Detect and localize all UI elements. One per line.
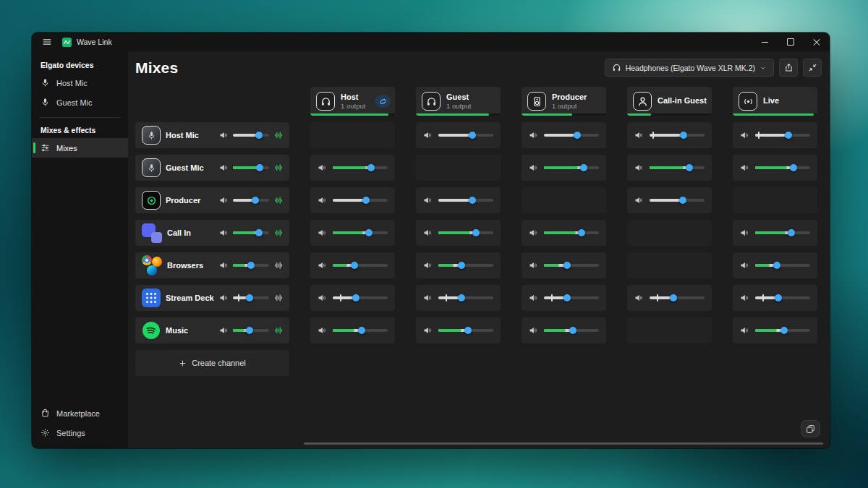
slider-knob[interactable]: [464, 327, 472, 334]
volume-slider[interactable]: [233, 196, 269, 205]
volume-slider[interactable]: [755, 228, 810, 237]
slider-knob[interactable]: [362, 197, 370, 204]
channel-music[interactable]: Music: [135, 317, 289, 343]
slider-knob[interactable]: [578, 229, 585, 236]
slider-knob[interactable]: [686, 164, 693, 171]
speaker-icon[interactable]: [634, 163, 643, 172]
channel-call-in[interactable]: Call In: [135, 220, 289, 246]
slider-knob[interactable]: [680, 132, 687, 139]
slider-knob[interactable]: [365, 229, 373, 236]
speaker-icon[interactable]: [740, 261, 749, 270]
speaker-icon[interactable]: [529, 326, 537, 335]
mix-column-live[interactable]: Live: [733, 87, 817, 116]
hamburger-menu-button[interactable]: [38, 34, 56, 50]
sidebar-item-settings[interactable]: Settings: [32, 423, 128, 442]
speaker-icon[interactable]: [219, 131, 228, 140]
volume-slider[interactable]: [438, 326, 493, 335]
volume-slider[interactable]: [438, 228, 493, 237]
speaker-icon[interactable]: [318, 261, 326, 270]
volume-slider[interactable]: [755, 326, 810, 335]
volume-slider[interactable]: [755, 261, 810, 270]
speaker-icon[interactable]: [219, 261, 228, 270]
slider-knob[interactable]: [790, 164, 797, 171]
slider-knob[interactable]: [785, 132, 792, 139]
speaker-icon[interactable]: [529, 131, 537, 140]
slider-knob[interactable]: [246, 294, 253, 301]
volume-slider[interactable]: [233, 228, 269, 237]
minimize-button[interactable]: [752, 33, 778, 51]
slider-knob[interactable]: [458, 262, 465, 269]
link-icon[interactable]: [375, 95, 391, 108]
volume-slider[interactable]: [233, 326, 269, 335]
volume-slider[interactable]: [438, 196, 493, 205]
speaker-icon[interactable]: [318, 196, 326, 205]
slider-knob[interactable]: [458, 294, 465, 301]
speaker-icon[interactable]: [529, 228, 537, 237]
slider-knob[interactable]: [563, 294, 571, 301]
volume-slider[interactable]: [438, 131, 493, 140]
speaker-icon[interactable]: [423, 261, 432, 270]
speaker-icon[interactable]: [423, 131, 432, 140]
share-button[interactable]: [779, 59, 798, 77]
slider-knob[interactable]: [246, 327, 253, 334]
slider-knob[interactable]: [352, 294, 359, 301]
create-channel-button[interactable]: Create channel: [135, 350, 289, 376]
slider-knob[interactable]: [580, 164, 587, 171]
speaker-icon[interactable]: [219, 326, 228, 335]
volume-slider[interactable]: [544, 326, 599, 335]
volume-slider[interactable]: [544, 163, 599, 172]
overlay-toggle-button[interactable]: [801, 420, 820, 437]
speaker-icon[interactable]: [423, 196, 432, 205]
speaker-icon[interactable]: [423, 228, 432, 237]
volume-slider[interactable]: [233, 261, 269, 270]
sidebar-item-mixes[interactable]: Mixes: [32, 138, 128, 158]
speaker-icon[interactable]: [634, 294, 643, 302]
slider-knob[interactable]: [472, 229, 480, 236]
volume-slider[interactable]: [755, 131, 810, 140]
speaker-icon[interactable]: [740, 131, 749, 140]
speaker-icon[interactable]: [529, 163, 537, 172]
slider-knob[interactable]: [255, 229, 263, 236]
speaker-icon[interactable]: [318, 228, 326, 237]
slider-knob[interactable]: [788, 229, 795, 236]
collapse-button[interactable]: [803, 59, 822, 77]
slider-knob[interactable]: [469, 197, 476, 204]
speaker-icon[interactable]: [219, 163, 228, 172]
slider-knob[interactable]: [670, 294, 677, 301]
slider-knob[interactable]: [563, 262, 571, 269]
channel-producer[interactable]: Producer: [135, 187, 289, 213]
volume-slider[interactable]: [333, 163, 388, 172]
close-button[interactable]: [804, 33, 830, 51]
slider-knob[interactable]: [351, 262, 358, 269]
speaker-icon[interactable]: [634, 131, 643, 140]
channel-host-mic[interactable]: Host Mic: [135, 122, 289, 148]
slider-knob[interactable]: [773, 262, 780, 269]
volume-slider[interactable]: [650, 196, 705, 205]
slider-knob[interactable]: [358, 327, 365, 334]
volume-slider[interactable]: [333, 196, 388, 205]
volume-slider[interactable]: [544, 131, 599, 140]
sidebar-item-host-mic[interactable]: Host Mic: [32, 73, 128, 93]
channel-guest-mic[interactable]: Guest Mic: [135, 155, 289, 181]
volume-slider[interactable]: [333, 294, 388, 302]
speaker-icon[interactable]: [740, 163, 749, 172]
speaker-icon[interactable]: [529, 261, 537, 270]
sidebar-item-guest-mic[interactable]: Guest Mic: [32, 93, 128, 112]
volume-slider[interactable]: [333, 326, 388, 335]
slider-knob[interactable]: [255, 132, 263, 139]
volume-slider[interactable]: [544, 294, 599, 302]
mix-column-host[interactable]: Host1 output: [310, 87, 395, 116]
slider-knob[interactable]: [469, 132, 476, 139]
volume-slider[interactable]: [650, 294, 705, 302]
volume-slider[interactable]: [233, 131, 269, 140]
volume-slider[interactable]: [650, 131, 705, 140]
slider-knob[interactable]: [367, 164, 375, 171]
speaker-icon[interactable]: [219, 196, 228, 205]
speaker-icon[interactable]: [219, 228, 228, 237]
speaker-icon[interactable]: [318, 326, 326, 335]
volume-slider[interactable]: [438, 261, 493, 270]
speaker-icon[interactable]: [219, 294, 228, 302]
mix-column-call-in-guest[interactable]: Call-in Guest: [627, 87, 712, 116]
slider-knob[interactable]: [775, 294, 782, 301]
horizontal-scrollbar[interactable]: [304, 442, 823, 445]
